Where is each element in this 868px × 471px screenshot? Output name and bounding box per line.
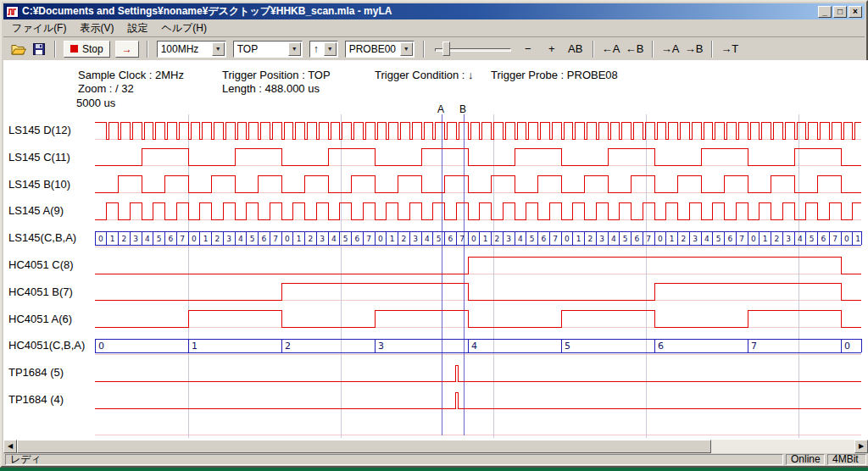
zoom-slider[interactable] — [435, 40, 511, 58]
signal-waveform — [95, 311, 861, 328]
bus-value: 4 — [798, 235, 803, 243]
bus-value: 1 — [855, 235, 860, 243]
app-icon[interactable] — [6, 6, 19, 18]
minimize-button[interactable]: _ — [818, 6, 832, 18]
zoom-slider-thumb[interactable] — [442, 42, 450, 56]
bus-value: 0 — [98, 341, 104, 352]
bus-value: 1 — [576, 235, 581, 243]
stop-icon — [70, 45, 78, 53]
bus-value: 6 — [262, 235, 267, 243]
stop-button[interactable]: Stop — [64, 41, 110, 58]
stop-label: Stop — [82, 43, 103, 55]
trigger-probe-combo[interactable]: PROBE00 ▼ — [345, 41, 415, 58]
bus-value: 3 — [599, 235, 604, 243]
bus-value: 0 — [844, 341, 850, 352]
waveform-plot[interactable]: 0123456701234567012345670123456701234567… — [3, 60, 868, 440]
horizontal-scrollbar[interactable]: ◀ ▶ — [3, 440, 868, 453]
menu-file[interactable]: ファイル(F) — [5, 19, 73, 37]
scroll-thumb[interactable] — [17, 440, 711, 453]
bus-value: 3 — [378, 341, 384, 352]
bus-value: 6 — [635, 235, 640, 243]
bus-value: 6 — [169, 235, 174, 243]
bus-value: 6 — [821, 235, 826, 243]
bus-value: 6 — [542, 235, 547, 243]
toolbar-separator — [54, 41, 56, 58]
bus-value: 7 — [459, 235, 465, 243]
menu-settings[interactable]: 設定 — [120, 19, 154, 37]
signal-waveform — [95, 176, 861, 193]
zoom-out-button[interactable]: − — [518, 41, 538, 58]
bus-value: 5 — [343, 235, 348, 243]
bus-value: 7 — [832, 235, 837, 243]
save-floppy-icon — [33, 43, 45, 55]
bus-value: 0 — [98, 235, 103, 243]
menu-help[interactable]: ヘルプ(H) — [154, 19, 214, 37]
save-button[interactable] — [29, 40, 49, 58]
signal-waveform — [95, 202, 861, 219]
signal-waveform — [95, 365, 861, 381]
chevron-down-icon[interactable]: ▼ — [288, 42, 301, 56]
chevron-down-icon[interactable]: ▼ — [400, 42, 413, 56]
bus-value: 3 — [133, 235, 138, 243]
bus-value: 2 — [682, 235, 687, 243]
trigger-edge-value: ↑ — [314, 43, 319, 55]
bus-value: 1 — [192, 341, 198, 352]
bus-value: 5 — [716, 235, 721, 243]
bus-value: 5 — [565, 341, 570, 352]
goto-a-right-button[interactable]: →A — [660, 41, 681, 58]
bus-value: 5 — [810, 235, 815, 243]
bus-value: 2 — [402, 235, 407, 243]
toolbar-separator — [147, 41, 148, 58]
bus-value: 5 — [623, 235, 628, 243]
app-window: C:¥Documents and Settings¥noname¥デスクトップ¥… — [0, 0, 868, 468]
bus-value: 2 — [309, 235, 314, 243]
sample-clock-combo[interactable]: 100MHz ▼ — [157, 41, 226, 58]
menu-view[interactable]: 表示(V) — [73, 19, 120, 37]
bus-value: 2 — [775, 235, 780, 243]
scroll-right-button[interactable]: ▶ — [854, 440, 868, 453]
bus-value: 1 — [297, 235, 302, 243]
bus-value: 6 — [728, 235, 733, 243]
status-bar: レディ Online 4MBit — [3, 453, 868, 466]
bus-value: 1 — [110, 235, 115, 243]
sample-clock-value: 100MHz — [161, 43, 199, 55]
bus-value: 4 — [611, 235, 616, 243]
trigger-position-value: TOP — [237, 43, 258, 55]
goto-b-left-button[interactable]: ←B — [625, 41, 645, 58]
run-button[interactable]: → — [115, 41, 139, 58]
bus-value: 0 — [192, 235, 197, 243]
goto-b-right-button[interactable]: →B — [684, 41, 704, 58]
bus-value: 1 — [483, 235, 488, 243]
bus-value: 4 — [331, 235, 337, 243]
bus-value: 1 — [390, 235, 395, 243]
bus-value: 0 — [378, 235, 383, 243]
bus-value: 7 — [366, 235, 371, 243]
status-ready: レディ — [5, 454, 783, 465]
bus-value: 4 — [145, 235, 150, 243]
bus-value: 7 — [751, 341, 757, 352]
signal-waveform — [95, 122, 861, 139]
goto-trigger-button[interactable]: →T — [720, 41, 740, 58]
scroll-left-button[interactable]: ◀ — [3, 440, 17, 453]
bus-value: 3 — [320, 235, 325, 243]
goto-a-left-button[interactable]: ←A — [601, 41, 621, 58]
waveform-area[interactable]: Sample Clock : 2MHz Trigger Position : T… — [3, 60, 868, 440]
trigger-position-combo[interactable]: TOP ▼ — [233, 41, 303, 58]
signal-waveform — [95, 257, 861, 274]
bus-value: 2 — [588, 235, 593, 243]
bus-value: 3 — [226, 235, 231, 243]
maximize-button[interactable]: □ — [833, 6, 847, 18]
chevron-down-icon[interactable]: ▼ — [324, 42, 337, 56]
bus-value: 2 — [122, 235, 127, 243]
zoom-in-button[interactable]: + — [542, 41, 562, 58]
ab-button[interactable]: AB — [565, 41, 586, 58]
toolbar-separator — [593, 41, 594, 58]
bus-value: 4 — [704, 235, 709, 243]
bus-value: 4 — [425, 235, 430, 243]
toolbar-separator — [423, 41, 425, 58]
bus-value: 2 — [285, 341, 291, 352]
open-button[interactable] — [8, 40, 29, 58]
trigger-edge-combo[interactable]: ↑ ▼ — [309, 41, 338, 58]
chevron-down-icon[interactable]: ▼ — [212, 42, 225, 56]
close-button[interactable]: × — [849, 6, 862, 18]
